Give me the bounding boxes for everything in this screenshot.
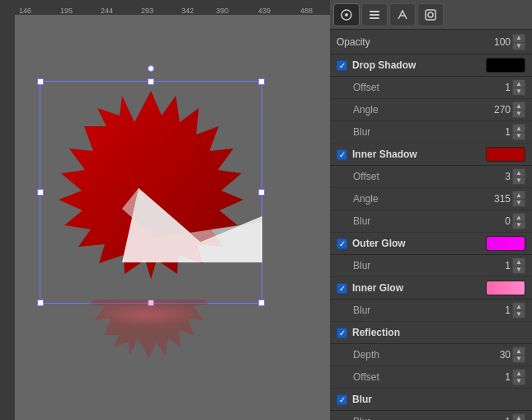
- reflection-checkbox[interactable]: ✓: [337, 328, 347, 338]
- drop-shadow-title: Drop Shadow: [352, 59, 486, 71]
- properties-panel: Opacity 100 ▲ ▼ ✓ Drop Shadow Offset 1 ▲…: [330, 30, 532, 420]
- inner-glow-header: ✓ Inner Glow: [330, 277, 532, 300]
- angle-decrement[interactable]: ▼: [512, 110, 525, 118]
- is-angle-decrement[interactable]: ▼: [512, 199, 525, 207]
- outer-glow-blur-label: Blur: [337, 260, 478, 271]
- inner-shadow-checkbox[interactable]: ✓: [337, 149, 347, 160]
- is-offset-increment[interactable]: ▲: [512, 168, 525, 177]
- is-blur-decrement[interactable]: ▼: [512, 221, 525, 229]
- outer-glow-checkbox[interactable]: ✓: [337, 238, 347, 249]
- outer-glow-blur-row: Blur 1 ▲ ▼: [330, 255, 532, 277]
- inner-shadow-color[interactable]: [486, 147, 525, 162]
- inner-shadow-blur-value: 0: [478, 215, 511, 227]
- svg-point-12: [428, 12, 433, 17]
- opacity-increment[interactable]: ▲: [512, 34, 525, 42]
- opacity-stepper[interactable]: ▲ ▼: [512, 34, 525, 50]
- ruler-mark: 293: [141, 7, 153, 15]
- drop-shadow-angle-value: 270: [478, 104, 511, 116]
- opacity-value: 100: [481, 36, 511, 48]
- drop-shadow-checkbox[interactable]: ✓: [337, 60, 347, 71]
- svg-point-6: [345, 13, 348, 17]
- opacity-decrement[interactable]: ▼: [512, 42, 525, 50]
- drop-shadow-blur-value: 1: [478, 126, 511, 138]
- ig-blur-decrement[interactable]: ▼: [512, 310, 525, 319]
- blur-stepper[interactable]: ▲ ▼: [512, 413, 525, 420]
- ruler-mark: 244: [101, 7, 113, 15]
- appearance-tab[interactable]: [333, 3, 360, 26]
- drop-shadow-offset-row: Offset 1 ▲ ▼: [330, 77, 532, 99]
- reflection-glow: [89, 302, 205, 327]
- inner-shadow-blur-stepper[interactable]: ▲ ▼: [512, 213, 525, 229]
- star-container[interactable]: [40, 81, 262, 320]
- reflection-depth-row: Depth 30 ▲ ▼: [330, 344, 532, 366]
- drop-shadow-angle-row: Angle 270 ▲ ▼: [330, 99, 532, 121]
- media-tab[interactable]: [417, 3, 444, 26]
- inner-shadow-title: Inner Shadow: [352, 149, 486, 160]
- inner-shadow-offset-value: 3: [478, 171, 511, 182]
- drop-shadow-blur-row: Blur 1 ▲ ▼: [330, 121, 532, 144]
- reflection-header: ✓ Reflection: [330, 322, 532, 344]
- ruler-mark: 488: [300, 7, 313, 15]
- inner-shadow-blur-row: Blur 0 ▲ ▼: [330, 210, 532, 233]
- opacity-row: Opacity 100 ▲ ▼: [330, 30, 532, 54]
- reflection-offset-row: Offset 1 ▲ ▼: [330, 366, 532, 389]
- reflection-offset-stepper[interactable]: ▲ ▼: [512, 369, 525, 385]
- drop-shadow-header: ✓ Drop Shadow: [330, 54, 532, 77]
- ref-depth-increment[interactable]: ▲: [512, 347, 525, 355]
- drop-shadow-color[interactable]: [486, 58, 525, 73]
- reflection-depth-value: 30: [478, 349, 511, 361]
- inner-glow-color[interactable]: [486, 281, 525, 295]
- blur-increment[interactable]: ▲: [512, 413, 525, 420]
- blur-decrement[interactable]: ▼: [512, 132, 525, 140]
- inner-glow-blur-row: Blur 1 ▲ ▼: [330, 300, 532, 322]
- inner-glow-blur-stepper[interactable]: ▲ ▼: [512, 302, 525, 319]
- reflection-offset-value: 1: [478, 371, 511, 383]
- og-blur-increment[interactable]: ▲: [512, 257, 525, 266]
- offset-decrement[interactable]: ▼: [512, 87, 525, 96]
- is-blur-increment[interactable]: ▲: [512, 213, 525, 221]
- outer-glow-blur-stepper[interactable]: ▲ ▼: [512, 257, 525, 274]
- blur-label: Blur: [337, 416, 478, 420]
- layers-tab[interactable]: [361, 3, 388, 26]
- is-offset-decrement[interactable]: ▼: [512, 177, 525, 185]
- reflection-depth-label: Depth: [337, 349, 478, 361]
- ig-blur-increment[interactable]: ▲: [512, 302, 525, 310]
- angle-increment[interactable]: ▲: [512, 101, 525, 110]
- reflection-depth-stepper[interactable]: ▲ ▼: [512, 347, 525, 363]
- blur-checkbox[interactable]: ✓: [337, 394, 347, 405]
- inner-glow-blur-value: 1: [478, 304, 511, 316]
- reflection-title: Reflection: [352, 327, 525, 338]
- inner-shadow-offset-stepper[interactable]: ▲ ▼: [512, 168, 525, 185]
- blur-header: ✓ Blur: [330, 389, 532, 411]
- is-angle-increment[interactable]: ▲: [512, 191, 525, 199]
- ref-offset-decrement[interactable]: ▼: [512, 377, 525, 385]
- inner-shadow-offset-row: Offset 3 ▲ ▼: [330, 166, 532, 188]
- inner-glow-checkbox[interactable]: ✓: [337, 283, 347, 294]
- drop-shadow-angle-stepper[interactable]: ▲ ▼: [512, 101, 525, 118]
- svg-rect-7: [370, 11, 379, 12]
- offset-increment[interactable]: ▲: [512, 79, 525, 87]
- inner-shadow-angle-stepper[interactable]: ▲ ▼: [512, 191, 525, 207]
- ruler-mark: 195: [60, 7, 73, 15]
- inner-shadow-angle-label: Angle: [337, 193, 478, 205]
- inner-shadow-offset-label: Offset: [337, 171, 478, 182]
- inner-glow-blur-label: Blur: [337, 304, 478, 316]
- style-tab[interactable]: [389, 3, 416, 26]
- ruler-left: [0, 0, 15, 420]
- drop-shadow-offset-stepper[interactable]: ▲ ▼: [512, 79, 525, 96]
- media-icon: [424, 8, 437, 21]
- blur-title: Blur: [352, 394, 525, 405]
- panel-toolbar: [330, 0, 532, 30]
- rotation-handle[interactable]: [148, 65, 154, 72]
- drop-shadow-blur-stepper[interactable]: ▲ ▼: [512, 124, 525, 140]
- ref-depth-decrement[interactable]: ▼: [512, 355, 525, 363]
- outer-glow-color[interactable]: [486, 236, 525, 251]
- blur-increment[interactable]: ▲: [512, 124, 525, 132]
- outer-glow-blur-value: 1: [478, 260, 511, 271]
- outer-glow-header: ✓ Outer Glow: [330, 233, 532, 255]
- opacity-label: Opacity: [337, 36, 481, 48]
- ref-offset-increment[interactable]: ▲: [512, 369, 525, 377]
- ruler-mark: 342: [181, 7, 194, 15]
- svg-rect-11: [426, 10, 435, 20]
- og-blur-decrement[interactable]: ▼: [512, 266, 525, 274]
